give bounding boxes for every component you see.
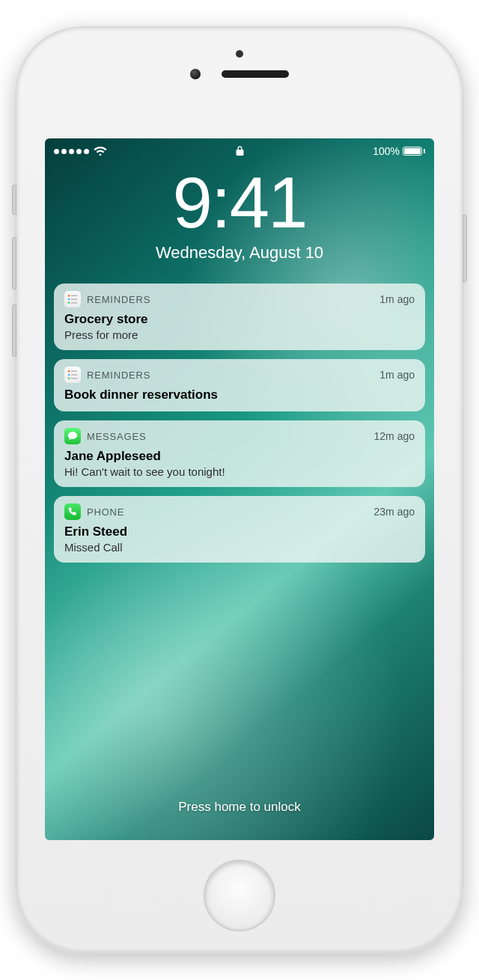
earpiece-row: [16, 69, 463, 79]
home-button[interactable]: [204, 860, 275, 931]
lock-screen[interactable]: 100% 9:41 Wednesday, August 10 REMINDERS…: [45, 138, 434, 840]
reminders-icon: [64, 367, 81, 383]
svg-rect-3: [71, 298, 78, 300]
notification-title: Book dinner reservations: [64, 388, 415, 402]
notification-body: Hi! Can't wait to see you tonight!: [64, 465, 415, 478]
notification-card[interactable]: REMINDERS1m agoBook dinner reservations: [54, 359, 425, 411]
volume-up-button[interactable]: [12, 237, 16, 290]
notification-header: REMINDERS1m ago: [64, 291, 415, 307]
notification-timestamp: 1m ago: [379, 293, 415, 305]
svg-rect-1: [71, 295, 78, 296]
notification-title: Erin Steed: [64, 524, 415, 539]
svg-point-2: [68, 298, 70, 300]
notification-timestamp: 12m ago: [374, 430, 415, 442]
notification-card[interactable]: REMINDERS1m agoGrocery storePress for mo…: [54, 284, 425, 350]
clock-block: 9:41 Wednesday, August 10: [45, 167, 434, 263]
power-button[interactable]: [463, 215, 467, 282]
svg-point-4: [68, 302, 70, 304]
notification-header: MESSAGES12m ago: [64, 428, 415, 444]
svg-point-0: [68, 295, 70, 296]
phone-icon: [64, 503, 81, 520]
status-right: 100%: [373, 145, 425, 157]
earpiece-speaker: [222, 70, 289, 78]
status-left: [54, 147, 107, 156]
volume-down-button[interactable]: [12, 304, 16, 357]
notification-card[interactable]: MESSAGES12m agoJane AppleseedHi! Can't w…: [54, 420, 425, 487]
notification-body: Missed Call: [64, 541, 415, 554]
messages-icon: [64, 428, 81, 444]
svg-point-8: [68, 374, 70, 376]
svg-rect-7: [71, 370, 78, 372]
svg-point-10: [68, 378, 70, 379]
notification-header: REMINDERS1m ago: [64, 367, 415, 383]
signal-strength-icon: [54, 149, 89, 154]
svg-rect-5: [71, 302, 78, 304]
notification-card[interactable]: PHONE23m agoErin SteedMissed Call: [54, 496, 425, 563]
notification-app-name: REMINDERS: [87, 294, 150, 305]
svg-rect-9: [71, 374, 78, 376]
proximity-sensor: [236, 50, 243, 58]
notification-timestamp: 23m ago: [374, 506, 415, 518]
notification-app-name: MESSAGES: [87, 431, 146, 442]
svg-point-6: [68, 370, 70, 372]
notification-timestamp: 1m ago: [379, 369, 415, 381]
lock-icon: [236, 145, 244, 158]
unlock-hint: Press home to unlock: [45, 800, 434, 815]
notification-title: Grocery store: [64, 312, 415, 327]
wifi-icon: [94, 147, 107, 156]
lock-screen-time: 9:41: [45, 167, 434, 239]
status-center: [107, 145, 373, 158]
svg-rect-11: [71, 378, 78, 379]
status-bar: 100%: [45, 138, 434, 164]
battery-icon: [403, 147, 425, 156]
front-camera: [190, 69, 201, 79]
notification-title: Jane Appleseed: [64, 449, 415, 464]
iphone-device-frame: 100% 9:41 Wednesday, August 10 REMINDERS…: [15, 26, 464, 954]
battery-percentage: 100%: [373, 145, 400, 157]
reminders-icon: [64, 291, 81, 307]
lock-screen-date: Wednesday, August 10: [45, 243, 434, 263]
mute-switch[interactable]: [12, 185, 16, 215]
notification-body: Press for more: [64, 328, 415, 341]
notifications-list[interactable]: REMINDERS1m agoGrocery storePress for mo…: [45, 284, 434, 563]
notification-header: PHONE23m ago: [64, 503, 415, 520]
notification-app-name: REMINDERS: [87, 370, 150, 381]
notification-app-name: PHONE: [87, 506, 124, 518]
